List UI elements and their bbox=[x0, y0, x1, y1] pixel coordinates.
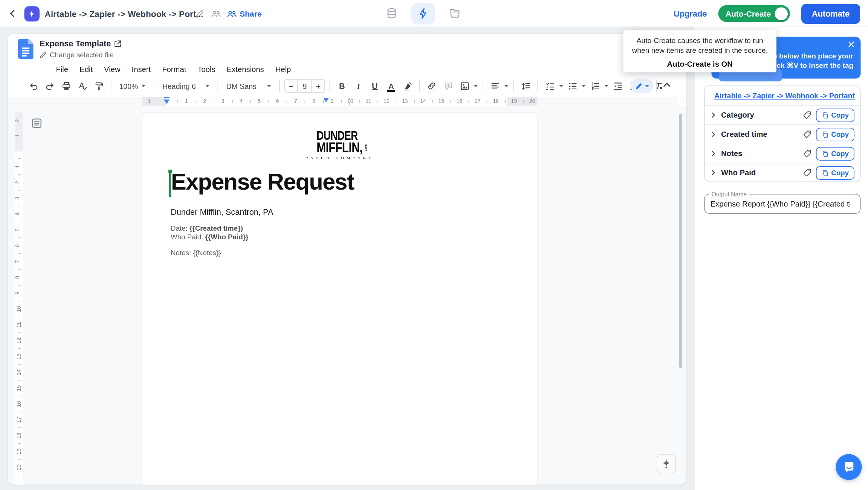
image-caret-icon[interactable] bbox=[474, 85, 478, 87]
auto-create-label: Auto-Create bbox=[726, 9, 771, 18]
expand-chevron-icon[interactable] bbox=[711, 170, 717, 176]
cursor-position-marker bbox=[349, 98, 350, 105]
doc-title: Expense Request bbox=[171, 169, 354, 195]
checklist-caret-icon[interactable] bbox=[559, 85, 564, 87]
horizontal-ruler[interactable]: 11234567891011121314151617181920 bbox=[8, 97, 679, 106]
font-size-stepper[interactable]: − 9 + bbox=[284, 79, 325, 93]
print-button[interactable] bbox=[59, 79, 73, 93]
share-users-icon bbox=[227, 9, 237, 18]
dunder-mifflin-logo: DUNDER MIFFLIN, INC. PAPER COMPANY bbox=[142, 131, 537, 159]
undo-button[interactable] bbox=[26, 79, 41, 93]
document-page[interactable]: DUNDER MIFFLIN, INC. PAPER COMPANY Expen… bbox=[142, 112, 538, 485]
editing-mode-button[interactable] bbox=[631, 79, 653, 93]
copy-tag-button[interactable]: Copy bbox=[816, 108, 854, 122]
sparkle-icon bbox=[661, 459, 671, 469]
back-button[interactable] bbox=[6, 7, 19, 20]
share-button[interactable]: Share bbox=[227, 9, 262, 18]
menu-item-file[interactable]: File bbox=[51, 64, 73, 75]
auto-create-toggle[interactable]: Auto-Create bbox=[718, 5, 790, 22]
editing-mode-caret-icon bbox=[645, 85, 649, 87]
rename-pencil-icon[interactable] bbox=[194, 8, 205, 19]
banner-close-button[interactable] bbox=[848, 41, 856, 49]
copy-tag-button[interactable]: Copy bbox=[816, 147, 854, 160]
expand-chevron-icon[interactable] bbox=[711, 112, 717, 118]
copy-icon bbox=[822, 169, 828, 176]
bolt-tab-icon bbox=[417, 8, 429, 20]
bulleted-list-button[interactable] bbox=[565, 79, 580, 93]
chat-smile-icon bbox=[842, 461, 856, 474]
underline-button[interactable]: U bbox=[367, 79, 382, 93]
font-value: DM Sans bbox=[226, 82, 256, 90]
first-line-indent-marker[interactable] bbox=[164, 97, 170, 98]
output-folder-tab[interactable] bbox=[443, 3, 467, 24]
menu-item-extensions[interactable]: Extensions bbox=[222, 64, 269, 75]
auto-create-knob bbox=[775, 7, 788, 20]
source-data-tab[interactable] bbox=[380, 3, 403, 24]
highlight-button[interactable] bbox=[400, 79, 415, 93]
style-caret-icon bbox=[205, 85, 210, 87]
menu-item-help[interactable]: Help bbox=[270, 64, 296, 75]
database-icon bbox=[385, 8, 398, 20]
bulleted-list-caret-icon[interactable] bbox=[582, 85, 586, 87]
add-comment-button[interactable] bbox=[441, 79, 455, 93]
expand-chevron-icon[interactable] bbox=[711, 131, 717, 138]
align-button[interactable] bbox=[488, 79, 503, 93]
menu-item-edit[interactable]: Edit bbox=[75, 64, 98, 75]
automate-button[interactable]: Automate bbox=[801, 4, 860, 24]
line-spacing-button[interactable] bbox=[518, 79, 533, 93]
copy-tag-button[interactable]: Copy bbox=[816, 127, 854, 141]
top-bar: Airtable -> Zapier -> Webhook -> Port...… bbox=[0, 0, 868, 27]
workflow-app-icon bbox=[24, 6, 40, 21]
created-time-tag: {{Created time}} bbox=[189, 225, 243, 233]
doc-scrollbar[interactable] bbox=[679, 114, 682, 368]
who-paid-tag: {{Who Paid}} bbox=[205, 233, 249, 241]
right-indent-marker[interactable] bbox=[323, 98, 329, 103]
font-select[interactable]: DM Sans bbox=[223, 79, 275, 93]
copy-tag-button[interactable]: Copy bbox=[816, 166, 854, 179]
change-file-label: Change selected file bbox=[50, 51, 114, 59]
app-window: Airtable -> Zapier -> Webhook -> Port...… bbox=[0, 0, 868, 490]
numbered-list-button[interactable] bbox=[588, 79, 602, 93]
upgrade-link[interactable]: Upgrade bbox=[674, 9, 707, 18]
align-caret-icon[interactable] bbox=[504, 85, 509, 87]
menu-item-format[interactable]: Format bbox=[157, 64, 191, 75]
copy-icon bbox=[822, 131, 828, 138]
hide-menus-button[interactable] bbox=[662, 80, 671, 89]
insert-image-button[interactable] bbox=[457, 79, 472, 93]
field-label: Notes bbox=[721, 149, 798, 158]
font-size-increase[interactable]: + bbox=[312, 81, 324, 91]
checklist-button[interactable] bbox=[542, 79, 557, 93]
document-outline-button[interactable] bbox=[31, 117, 43, 130]
paragraph-style-select[interactable]: Heading 6 bbox=[159, 79, 213, 93]
menu-item-tools[interactable]: Tools bbox=[193, 64, 220, 75]
logo-line3: PAPER COMPANY bbox=[306, 155, 374, 159]
open-external-icon[interactable] bbox=[114, 40, 122, 47]
explore-button[interactable] bbox=[657, 454, 676, 473]
redo-button[interactable] bbox=[43, 79, 57, 93]
change-selected-file[interactable]: Change selected file bbox=[40, 51, 122, 59]
insert-link-button[interactable] bbox=[425, 79, 439, 93]
decrease-indent-button[interactable] bbox=[610, 79, 625, 93]
tag-icon bbox=[803, 168, 811, 177]
bold-button[interactable]: B bbox=[335, 79, 349, 93]
menu-item-view[interactable]: View bbox=[99, 64, 126, 75]
field-label: Category bbox=[721, 111, 798, 119]
paint-format-button[interactable] bbox=[92, 79, 106, 93]
italic-button[interactable]: I bbox=[351, 79, 366, 93]
vertical-ruler[interactable]: 211234567891011121314151617181920 bbox=[15, 112, 23, 485]
zoom-select[interactable]: 100% bbox=[116, 79, 150, 93]
menu-item-insert[interactable]: Insert bbox=[127, 64, 156, 75]
numbered-list-caret-icon[interactable] bbox=[604, 85, 609, 87]
font-size-decrease[interactable]: − bbox=[285, 81, 297, 91]
chat-launcher[interactable] bbox=[836, 454, 862, 480]
bolt-icon bbox=[28, 9, 37, 18]
collaborators-icon[interactable] bbox=[210, 8, 222, 19]
workflow-builder-tab[interactable] bbox=[411, 3, 435, 24]
text-color-button[interactable]: A bbox=[388, 82, 394, 90]
change-file-pencil-icon bbox=[40, 52, 46, 58]
left-indent-marker[interactable] bbox=[164, 100, 170, 104]
spellcheck-button[interactable] bbox=[75, 79, 90, 93]
expand-chevron-icon[interactable] bbox=[711, 150, 717, 157]
source-link[interactable]: Airtable -> Zapier -> Webhook -> Portant bbox=[714, 91, 855, 100]
tag-icon bbox=[803, 149, 811, 158]
